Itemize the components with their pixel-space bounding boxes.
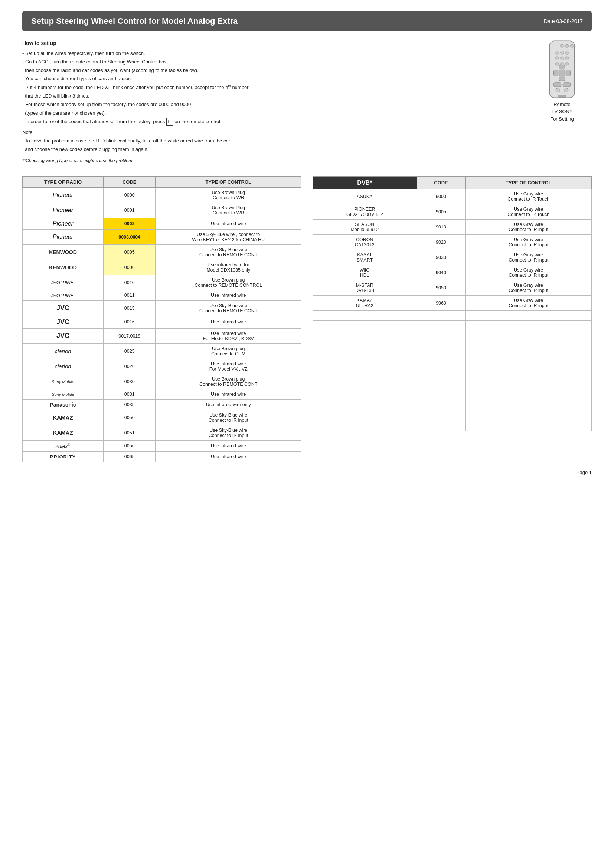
brand-cell: ASUKA bbox=[313, 189, 417, 205]
table-row-empty bbox=[313, 391, 592, 401]
control-cell: Use Gray wireConnect to IR input bbox=[465, 281, 592, 296]
code-cell: 0065 bbox=[104, 451, 155, 462]
table-row-empty bbox=[313, 411, 592, 421]
table-row: CORONCA120T2 9020 Use Gray wireConnect t… bbox=[313, 235, 592, 250]
brand-cell: CORONCA120T2 bbox=[313, 235, 417, 250]
control-cell: Use infrared wire only bbox=[155, 399, 302, 410]
svg-point-5 bbox=[561, 51, 564, 54]
brand-cell: Pioneer bbox=[23, 188, 104, 203]
code-cell: 0056 bbox=[104, 440, 155, 451]
control-cell: Use Gray wireConnect to IR Touch bbox=[465, 205, 592, 220]
code-cell: 0016 bbox=[104, 316, 155, 328]
svg-rect-17 bbox=[559, 77, 565, 81]
table-row: Sony Mobile 0030 Use Brown plugConnect t… bbox=[23, 374, 302, 389]
table-row: SEASONMobilo 959T2 9010 Use Gray wireCon… bbox=[313, 220, 592, 235]
table-row: WiiOHD1 9040 Use Gray wireConnect to IR … bbox=[313, 265, 592, 281]
step-3: - You can choose different types of cars… bbox=[22, 75, 518, 83]
control-cell: Use infrared wire forModel DDX1035 only bbox=[155, 260, 302, 275]
brand-cell: PIONEERGEX-1750DVBT2 bbox=[313, 205, 417, 220]
table-row-empty bbox=[313, 331, 592, 341]
code-cell: 0015 bbox=[104, 301, 155, 316]
brand-cell: KASATSMART bbox=[313, 250, 417, 265]
table-row: Pioneer 0000 Use Brown PlugConnect to WR bbox=[23, 188, 302, 203]
svg-point-20 bbox=[556, 88, 560, 92]
note-body2: and choose the new codes before plugging… bbox=[22, 146, 518, 153]
table-row-empty bbox=[313, 351, 592, 361]
brand-cell: SEASONMobilo 959T2 bbox=[313, 220, 417, 235]
brand-cell: PRIORITY bbox=[23, 451, 104, 462]
control-cell: Use Gray wireConnect to IR input bbox=[465, 296, 592, 311]
table-row: M-STARDVB-138 9050 Use Gray wireConnect … bbox=[313, 281, 592, 296]
svg-point-2 bbox=[565, 44, 569, 48]
code-cell: 0017,0018 bbox=[104, 328, 155, 344]
control-cell: Use infrared wire bbox=[155, 316, 302, 328]
code-cell: 0010 bbox=[104, 275, 155, 290]
brand-cell: clarion bbox=[23, 359, 104, 374]
svg-rect-19 bbox=[563, 83, 570, 87]
control-cell: Use Sky-Blue wireConnect to REMOTE CONT bbox=[155, 301, 302, 316]
table-row: JVC 0015 Use Sky-Blue wireConnect to REM… bbox=[23, 301, 302, 316]
control-cell: Use Brown plugConnect to REMOTE CONTROL bbox=[155, 275, 302, 290]
brand-cell: /////ALPINE. bbox=[23, 275, 104, 290]
note-heading: Note bbox=[22, 129, 518, 136]
step-1: - Set up all the wires respectively, the… bbox=[22, 50, 518, 57]
svg-rect-16 bbox=[559, 65, 565, 69]
code-cell: 9005 bbox=[417, 205, 465, 220]
table-row: KASATSMART 9030 Use Gray wireConnect to … bbox=[313, 250, 592, 265]
table-row: clarion 0026 Use infrared wireFor Model … bbox=[23, 359, 302, 374]
control-cell: Use infrared wire bbox=[155, 440, 302, 451]
brand-cell: M-STARDVB-138 bbox=[313, 281, 417, 296]
svg-point-1 bbox=[561, 44, 564, 48]
remote-area: RemoteTV SONYFor Setting bbox=[532, 40, 592, 165]
how-to-heading: How to set up bbox=[22, 40, 518, 46]
note-body: To solve the problem in case the LED bli… bbox=[22, 137, 518, 145]
control-cell: Use Gray wireConnect to IR input bbox=[465, 235, 592, 250]
svg-point-6 bbox=[565, 51, 569, 54]
svg-point-8 bbox=[561, 57, 564, 60]
control-cell: Use infrared wire bbox=[155, 218, 302, 229]
code-cell: 9000 bbox=[417, 189, 465, 205]
control-cell: Use Sky-Blue wire , connect toWire KEY1 … bbox=[155, 229, 302, 245]
control-cell: Use Brown PlugConnect to WR bbox=[155, 203, 302, 218]
brand-cell: Sony Mobile bbox=[23, 389, 104, 399]
code-cell-highlight: 0003,0004 bbox=[104, 229, 155, 245]
left-table-wrap: TYPE OF RADIO CODE TYPE OF CONTROL Pione… bbox=[22, 176, 302, 462]
control-cell: Use Gray wireConnect to IR input bbox=[465, 220, 592, 235]
table-row: KENWOOD 0006 Use infrared wire forModel … bbox=[23, 260, 302, 275]
step-4b: that the LED will blink 3 times. bbox=[22, 92, 518, 100]
code-cell: 0005 bbox=[104, 245, 155, 260]
brand-cell: zulex® bbox=[23, 440, 104, 451]
table-row: KAMAZULTRA2 9060 Use Gray wireConnect to… bbox=[313, 296, 592, 311]
control-cell: Use infrared wire bbox=[155, 451, 302, 462]
brand-cell: Sony Mobile bbox=[23, 374, 104, 389]
brand-cell: JVC bbox=[23, 328, 104, 344]
control-cell: Use infrared wire bbox=[155, 389, 302, 399]
code-cell: 9040 bbox=[417, 265, 465, 281]
code-cell: 0006 bbox=[104, 260, 155, 275]
table-row: KAMAZ 0050 Use Sky-Blue wireConnect to I… bbox=[23, 410, 302, 425]
control-cell: Use Sky-Blue wireConnect to IR input bbox=[155, 425, 302, 440]
brand-cell: Pioneer bbox=[23, 229, 104, 245]
table-row: JVC 0016 Use infrared wire bbox=[23, 316, 302, 328]
control-cell: Use Gray wireConnect to IR input bbox=[465, 250, 592, 265]
table-row-empty bbox=[313, 341, 592, 351]
code-cell: 0001 bbox=[104, 203, 155, 218]
table-row: Pioneer 0001 Use Brown PlugConnect to WR bbox=[23, 203, 302, 218]
warning-text: **Choosing wrong type of cars might caus… bbox=[22, 157, 518, 164]
table-row-empty bbox=[313, 311, 592, 321]
brand-cell: Pioneer bbox=[23, 218, 104, 229]
code-cell: 9030 bbox=[417, 250, 465, 265]
control-cell: Use infrared wire bbox=[155, 290, 302, 301]
svg-point-4 bbox=[555, 51, 559, 54]
code-cell: 0030 bbox=[104, 374, 155, 389]
brand-cell: KENWOOD bbox=[23, 260, 104, 275]
table-row-empty bbox=[313, 361, 592, 371]
table-row: PRIORITY 0065 Use infrared wire bbox=[23, 451, 302, 462]
left-col-control: TYPE OF CONTROL bbox=[155, 176, 302, 188]
svg-rect-15 bbox=[566, 70, 570, 76]
code-cell: 9060 bbox=[417, 296, 465, 311]
table-row: clarion 0025 Use Brown plugConnect to OE… bbox=[23, 344, 302, 359]
brand-cell: KAMAZ bbox=[23, 425, 104, 440]
table-row: /////ALPINE. 0010 Use Brown plugConnect … bbox=[23, 275, 302, 290]
code-cell: 0035 bbox=[104, 399, 155, 410]
